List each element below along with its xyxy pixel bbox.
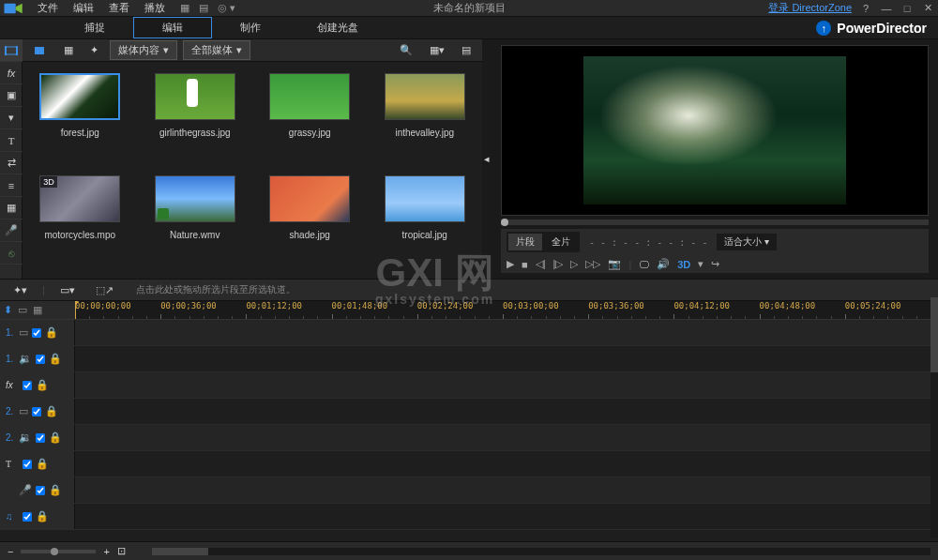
minimize-button[interactable]: — — [880, 2, 893, 15]
tool-media-icon[interactable] — [0, 39, 23, 62]
h-scroll-thumb[interactable] — [152, 548, 208, 555]
media-thumbnail[interactable] — [269, 73, 350, 120]
track-lane[interactable] — [75, 477, 938, 503]
content-dropdown[interactable]: 媒体内容 ▾ — [110, 40, 177, 60]
display-button[interactable]: 🖵 — [639, 259, 649, 270]
track-lock-icon[interactable]: 🔒 — [36, 510, 49, 522]
media-thumbnail[interactable] — [39, 73, 120, 120]
track-lock-icon[interactable]: 🔒 — [49, 484, 62, 496]
track-visibility-checkbox[interactable] — [23, 512, 32, 522]
fast-fwd-button[interactable]: ▷▷ — [585, 258, 600, 270]
playhead[interactable] — [75, 301, 76, 319]
track-header[interactable]: 2.▭🔒 — [0, 399, 75, 424]
media-item[interactable]: grassy.jpg — [262, 73, 358, 166]
media-thumbnail[interactable] — [269, 175, 350, 222]
seg-clip-button[interactable]: 片段 — [508, 234, 542, 250]
snapshot-button[interactable]: 📷 — [608, 258, 621, 270]
track-header[interactable]: 1.🔉🔒 — [0, 346, 75, 371]
mode-disc[interactable]: 创建光盘 — [289, 18, 386, 38]
track-visibility-checkbox[interactable] — [23, 460, 32, 469]
zoom-out-icon[interactable]: − — [8, 546, 13, 557]
media-item[interactable]: Nature.wmv — [147, 175, 244, 268]
next-frame-button[interactable]: |▷ — [553, 258, 564, 270]
tb-icon-3[interactable]: ✦ — [84, 42, 104, 58]
tool-chapter-icon[interactable]: ▦ — [0, 197, 23, 219]
tl-tool-3[interactable]: ⬚↗ — [90, 282, 119, 298]
media-thumbnail[interactable]: 3D — [39, 175, 120, 222]
track-lane[interactable] — [75, 504, 938, 529]
mode-capture[interactable]: 捕捉 — [56, 18, 133, 38]
zoom-handle[interactable] — [51, 548, 58, 555]
step-fwd-button[interactable]: ▷ — [570, 258, 578, 270]
track-header[interactable]: ♫🔒 — [0, 504, 75, 529]
help-button[interactable]: ? — [859, 2, 872, 15]
track-lock-icon[interactable]: 🔒 — [45, 405, 58, 417]
media-thumbnail[interactable] — [155, 175, 235, 222]
track-visibility-checkbox[interactable] — [36, 486, 45, 495]
track-lane[interactable] — [75, 425, 938, 450]
track-header[interactable]: 2.🔉🔒 — [0, 425, 75, 450]
v-scroll-thumb[interactable] — [930, 297, 938, 372]
dropdown-icon[interactable]: ▾ — [698, 258, 704, 270]
tb-icon-2[interactable]: ▦ — [58, 42, 79, 58]
menu-edit[interactable]: 编辑 — [66, 1, 101, 15]
media-item[interactable]: forest.jpg — [32, 73, 129, 166]
qi-icon-1[interactable]: ▦ — [180, 2, 189, 14]
qi-icon-3[interactable]: ◎ ▾ — [218, 2, 235, 14]
3d-button[interactable]: 3D — [677, 259, 690, 270]
brand-up-icon[interactable]: ↑ — [816, 21, 831, 36]
tool-subtitle-icon[interactable]: 🎤 — [0, 219, 23, 242]
track-header[interactable]: fx🔒 — [0, 372, 75, 398]
h-scrollbar[interactable] — [152, 548, 930, 555]
popout-button[interactable]: ↪ — [711, 258, 719, 270]
track-lock-icon[interactable]: 🔒 — [36, 458, 49, 470]
ruler-mode-2-icon[interactable]: ▭ — [18, 304, 27, 316]
track-visibility-checkbox[interactable] — [23, 381, 32, 390]
ruler-mode-1-icon[interactable]: ⬍ — [4, 304, 12, 316]
stop-button[interactable]: ■ — [522, 259, 528, 270]
media-item[interactable]: girlinthegrass.jpg — [147, 73, 244, 166]
media-item[interactable]: 3Dmotorcycles.mpo — [32, 175, 129, 268]
tl-tool-2[interactable]: ▭▾ — [54, 282, 81, 298]
track-lane[interactable] — [75, 451, 938, 477]
track-lane[interactable] — [75, 346, 938, 371]
menu-file[interactable]: 文件 — [30, 1, 66, 15]
mode-produce[interactable]: 制作 — [212, 18, 289, 38]
track-visibility-checkbox[interactable] — [32, 407, 41, 416]
track-header[interactable]: T🔒 — [0, 451, 75, 477]
zoom-slider[interactable] — [21, 550, 96, 553]
directorzone-link[interactable]: 登录 DirectorZone — [768, 1, 852, 15]
media-item[interactable]: shade.jpg — [262, 175, 358, 268]
track-lock-icon[interactable]: 🔒 — [49, 431, 62, 444]
track-lane[interactable] — [75, 320, 938, 345]
menu-play[interactable]: 播放 — [137, 1, 173, 15]
track-lane[interactable] — [75, 399, 938, 424]
track-header[interactable]: 🎤🔒 — [0, 477, 75, 503]
fit-dropdown[interactable]: 适合大小 ▾ — [717, 234, 777, 250]
ruler-mode-3-icon[interactable]: ▦ — [33, 304, 42, 316]
import-icon[interactable] — [28, 42, 53, 59]
media-thumbnail[interactable] — [155, 73, 235, 120]
track-lock-icon[interactable]: 🔒 — [45, 326, 58, 339]
seg-full-button[interactable]: 全片 — [544, 234, 578, 250]
maximize-button[interactable]: □ — [900, 2, 914, 15]
media-item[interactable]: inthevalley.jpg — [377, 73, 474, 166]
volume-button[interactable]: 🔊 — [657, 258, 670, 270]
tl-tool-1[interactable]: ✦▾ — [8, 282, 33, 298]
close-button[interactable]: ✕ — [921, 2, 934, 15]
track-visibility-checkbox[interactable] — [36, 433, 45, 443]
prev-frame-button[interactable]: ◁| — [536, 258, 546, 270]
scrub-bar[interactable] — [501, 219, 929, 225]
track-visibility-checkbox[interactable] — [32, 328, 41, 338]
track-lane[interactable] — [75, 372, 938, 398]
track-visibility-checkbox[interactable] — [36, 355, 45, 364]
tool-title-icon[interactable]: T — [0, 129, 23, 152]
filter-dropdown[interactable]: 全部媒体 ▾ — [183, 40, 250, 60]
track-header[interactable]: 1.▭🔒 — [0, 320, 75, 345]
media-thumbnail[interactable] — [385, 175, 465, 222]
v-scrollbar[interactable] — [930, 297, 938, 537]
play-button[interactable]: ▶ — [507, 258, 514, 270]
time-ruler[interactable]: 00;00;00;0000;00;36;0000;01;12;0000;01;4… — [75, 301, 938, 319]
scrub-handle[interactable] — [501, 219, 508, 226]
tool-pip-icon[interactable]: ▣ — [0, 84, 23, 107]
